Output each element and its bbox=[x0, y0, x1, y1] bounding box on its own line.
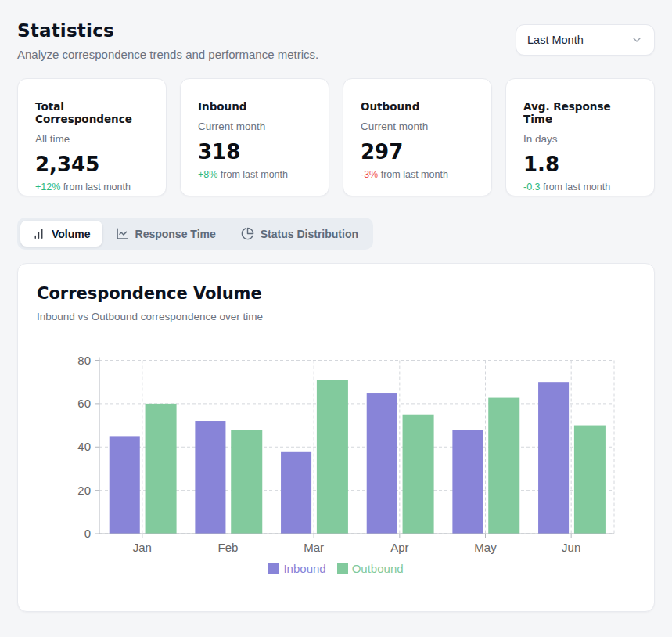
stat-delta-amount: +12% bbox=[35, 182, 60, 193]
svg-text:20: 20 bbox=[77, 484, 91, 497]
stat-label: Total Correspondence bbox=[35, 100, 149, 125]
stat-delta-suffix: from last month bbox=[217, 169, 288, 180]
stat-card-total-correspondence: Total Correspondence All time 2,345 +12%… bbox=[17, 78, 167, 196]
stat-period: Current month bbox=[198, 121, 311, 132]
stat-label: Inbound bbox=[198, 100, 311, 113]
svg-text:Apr: Apr bbox=[390, 541, 408, 554]
statistics-page: Statistics Analyze correspondence trends… bbox=[0, 0, 672, 612]
legend-label: Outbound bbox=[352, 562, 404, 575]
stat-delta: +8% from last month bbox=[198, 169, 311, 180]
svg-text:Jan: Jan bbox=[133, 541, 152, 554]
correspondence-volume-bar-chart: 020406080JanFebMarAprMayJun bbox=[37, 354, 638, 559]
svg-text:Jun: Jun bbox=[562, 541, 580, 554]
tab-label: Volume bbox=[52, 228, 91, 240]
date-range-value: Last Month bbox=[527, 34, 584, 46]
tab-label: Response Time bbox=[135, 228, 216, 240]
svg-text:Mar: Mar bbox=[304, 541, 324, 554]
stat-label: Outbound bbox=[361, 100, 474, 113]
tab-status-distribution[interactable]: Status Distribution bbox=[229, 221, 370, 247]
chart-subtitle: Inbound vs Outbound correspondence over … bbox=[37, 311, 635, 322]
stat-delta-amount: +8% bbox=[198, 169, 217, 180]
stat-value: 297 bbox=[361, 142, 474, 162]
stat-cards-row: Total Correspondence All time 2,345 +12%… bbox=[17, 78, 655, 196]
tab-label: Status Distribution bbox=[261, 228, 358, 240]
stat-delta-suffix: from last month bbox=[378, 169, 448, 180]
chart-card: Correspondence Volume Inbound vs Outboun… bbox=[17, 263, 655, 612]
svg-text:0: 0 bbox=[84, 527, 91, 540]
tab-response-time[interactable]: Response Time bbox=[104, 221, 228, 247]
stat-delta-amount: -0.3 bbox=[523, 182, 541, 193]
svg-text:40: 40 bbox=[77, 440, 91, 453]
legend-item-inbound: Inbound bbox=[268, 562, 325, 575]
legend-item-outbound: Outbound bbox=[337, 562, 404, 575]
svg-text:80: 80 bbox=[77, 354, 91, 367]
chevron-down-icon bbox=[631, 34, 643, 46]
stat-delta-suffix: from last month bbox=[60, 182, 131, 193]
chart-legend: InboundOutbound bbox=[37, 562, 635, 575]
date-range-select[interactable]: Last Month bbox=[516, 24, 655, 56]
stat-period: Current month bbox=[361, 121, 474, 132]
stat-delta: +12% from last month bbox=[35, 182, 149, 193]
page-header: Statistics Analyze correspondence trends… bbox=[17, 14, 655, 61]
legend-swatch bbox=[268, 563, 279, 574]
legend-swatch bbox=[337, 563, 348, 574]
stat-card-outbound: Outbound Current month 297 -3% from last… bbox=[343, 78, 492, 196]
stat-value: 318 bbox=[198, 142, 311, 162]
stat-label: Avg. Response Time bbox=[523, 100, 637, 125]
stat-period: All time bbox=[35, 133, 149, 145]
svg-text:Feb: Feb bbox=[218, 541, 239, 554]
legend-label: Inbound bbox=[283, 562, 325, 575]
bar-chart-icon bbox=[32, 227, 45, 240]
page-subtitle: Analyze correspondence trends and perfor… bbox=[17, 48, 318, 61]
tab-volume[interactable]: Volume bbox=[20, 221, 102, 247]
svg-text:May: May bbox=[474, 541, 497, 554]
stat-delta-suffix: from last month bbox=[541, 182, 611, 193]
stat-card-inbound: Inbound Current month 318 +8% from last … bbox=[180, 78, 329, 196]
page-title: Statistics bbox=[17, 20, 318, 41]
stat-card-avg-response-time: Avg. Response Time In days 1.8 -0.3 from… bbox=[505, 78, 655, 196]
stat-period: In days bbox=[523, 133, 637, 145]
stat-delta: -0.3 from last month bbox=[523, 182, 637, 193]
chart-tabs: Volume Response Time Status Distribution bbox=[17, 218, 373, 250]
chart-title: Correspondence Volume bbox=[37, 284, 635, 303]
pie-chart-icon bbox=[241, 227, 254, 240]
stat-value: 1.8 bbox=[523, 154, 637, 175]
stat-delta-amount: -3% bbox=[361, 169, 378, 180]
page-header-text: Statistics Analyze correspondence trends… bbox=[17, 14, 318, 61]
stat-value: 2,345 bbox=[35, 154, 149, 175]
line-chart-icon bbox=[116, 227, 129, 240]
svg-text:60: 60 bbox=[77, 397, 91, 410]
stat-delta: -3% from last month bbox=[361, 169, 474, 180]
